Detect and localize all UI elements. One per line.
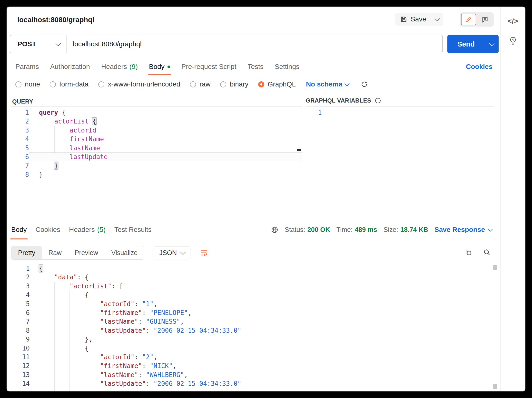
chevron-down-icon <box>489 41 494 46</box>
time-value: 489 ms <box>355 226 377 234</box>
code-line-3: 3 "actorList": [ <box>7 282 501 291</box>
info-icon[interactable] <box>374 97 381 104</box>
code-line-12: 12 "firstName": "NICK", <box>7 361 501 370</box>
format-select[interactable]: JSON <box>154 246 190 259</box>
comment-icon <box>481 16 489 23</box>
edit-button[interactable] <box>461 14 476 25</box>
chevron-down-icon <box>180 250 186 255</box>
line-number: 5 <box>11 144 29 152</box>
response-tab-test-results[interactable]: Test Results <box>114 220 152 239</box>
cookies-link[interactable]: Cookies <box>466 63 493 71</box>
send-button[interactable]: Send <box>447 35 485 53</box>
response-tab-body[interactable]: Body <box>11 220 27 239</box>
radio-icon <box>15 81 21 87</box>
url-input[interactable]: localhost:8080/graphql <box>67 35 443 53</box>
code-line-11: 11 "actorId": "2", <box>7 353 501 361</box>
code-text: "firstName": "PENELOPE", <box>30 308 501 317</box>
view-preview[interactable]: Preview <box>68 246 105 259</box>
view-visualize[interactable]: Visualize <box>105 246 144 259</box>
save-response-button[interactable]: Save Response <box>434 226 492 234</box>
graphql-editors: QUERY 1query {2 actorList {3 actorId4 fi… <box>7 95 501 220</box>
schema-select[interactable]: No schema <box>306 80 349 88</box>
body-mode-none[interactable]: none <box>15 80 40 88</box>
body-mode-form-data[interactable]: form-data <box>50 80 89 88</box>
response-toolbar-right <box>464 248 491 257</box>
search-icon <box>483 248 491 256</box>
body-mode-binary[interactable]: binary <box>220 80 248 88</box>
variables-editor[interactable]: 1 <box>306 106 493 220</box>
tab-authorization[interactable]: Authorization <box>50 58 90 75</box>
query-label: QUERY <box>12 98 33 105</box>
mode-label: GraphQL <box>268 80 296 88</box>
wrap-text-button[interactable] <box>200 249 208 257</box>
send-options-button[interactable] <box>485 35 499 53</box>
line-number: 2 <box>11 117 29 126</box>
query-editor[interactable]: 1query {2 actorList {3 actorId4 firstNam… <box>11 106 302 220</box>
line-number: 2 <box>7 273 30 282</box>
search-button[interactable] <box>483 248 491 257</box>
query-pane: QUERY 1query {2 actorList {3 actorId4 fi… <box>11 95 302 220</box>
code-text: firstName <box>29 135 302 143</box>
request-header: localhost:8080/graphql Save <box>7 7 501 32</box>
line-number: 1 <box>11 108 29 117</box>
mode-label: x-www-form-urlencoded <box>108 80 180 88</box>
response-view-switch: PrettyRawPreviewVisualize <box>11 246 144 260</box>
view-label: Preview <box>75 249 98 257</box>
response-tab-cookies[interactable]: Cookies <box>36 220 60 239</box>
mode-label: none <box>25 80 40 88</box>
code-line-7: 7 } <box>11 161 302 170</box>
code-text: lastUpdate <box>29 152 302 161</box>
code-line-1: 1query { <box>11 108 302 117</box>
line-number: 1 <box>306 108 322 117</box>
code-text: "lastUpdate": "2006-02-15 04:34:33.0" <box>30 326 501 335</box>
response-tabs: BodyCookiesHeaders(5)Test ResultsStatus:… <box>7 220 501 239</box>
radio-icon <box>220 81 226 87</box>
save-response-label: Save Response <box>434 226 485 234</box>
lightbulb-icon[interactable] <box>509 36 517 47</box>
code-line-8: 8 "lastUpdate": "2006-02-15 04:34:33.0" <box>7 326 501 335</box>
variables-label: GRAPHQL VARIABLES <box>306 97 371 104</box>
code-text: } <box>29 170 302 179</box>
response-size: Size:18.74 KB <box>384 226 428 234</box>
tab-params[interactable]: Params <box>15 58 39 75</box>
code-line-1: 1{ <box>7 264 501 273</box>
tab-body[interactable]: Body <box>149 58 170 75</box>
line-number: 7 <box>11 161 29 170</box>
comment-button[interactable] <box>477 14 493 25</box>
tab-settings[interactable]: Settings <box>275 58 299 75</box>
line-number: 9 <box>7 335 30 344</box>
code-line-5: 5 lastName <box>11 144 302 152</box>
line-number: 11 <box>7 353 30 361</box>
response-tab-headers[interactable]: Headers(5) <box>69 220 106 239</box>
body-mode-x-www-form-urlencoded[interactable]: x-www-form-urlencoded <box>98 80 180 88</box>
tab-count: (9) <box>129 63 138 71</box>
code-line-2: 2 actorList { <box>11 117 302 126</box>
refresh-schema-button[interactable] <box>361 81 368 88</box>
code-line-6: 6 "firstName": "PENELOPE", <box>7 308 501 317</box>
view-pretty[interactable]: Pretty <box>11 246 42 259</box>
edit-comment-group <box>460 12 494 27</box>
save-options-button[interactable] <box>431 13 443 26</box>
tab-tests[interactable]: Tests <box>247 58 263 75</box>
tab-headers[interactable]: Headers(9) <box>101 58 138 75</box>
tab-label: Body <box>11 226 27 234</box>
method-select[interactable]: POST <box>10 35 67 53</box>
save-button[interactable]: Save <box>395 13 431 26</box>
mode-label: binary <box>230 80 248 88</box>
line-number: 14 <box>7 379 30 388</box>
line-number: 7 <box>7 317 30 326</box>
tab-count: (5) <box>97 226 106 234</box>
code-text: { <box>30 291 501 299</box>
code-snippet-icon[interactable]: </> <box>508 17 518 25</box>
tab-pre-request-script[interactable]: Pre-request Script <box>181 58 236 75</box>
refresh-icon <box>361 81 368 88</box>
url-value: localhost:8080/graphql <box>73 40 142 48</box>
response-body-editor[interactable]: 1{2 "data": {3 "actorList": [4 {5 "actor… <box>7 264 501 391</box>
copy-button[interactable] <box>464 248 472 257</box>
view-label: Raw <box>49 249 62 257</box>
line-number: 10 <box>7 344 30 353</box>
status-label: Status: <box>285 226 305 234</box>
view-raw[interactable]: Raw <box>42 246 68 259</box>
body-mode-graphql[interactable]: GraphQL <box>258 80 296 88</box>
body-mode-raw[interactable]: raw <box>190 80 210 88</box>
